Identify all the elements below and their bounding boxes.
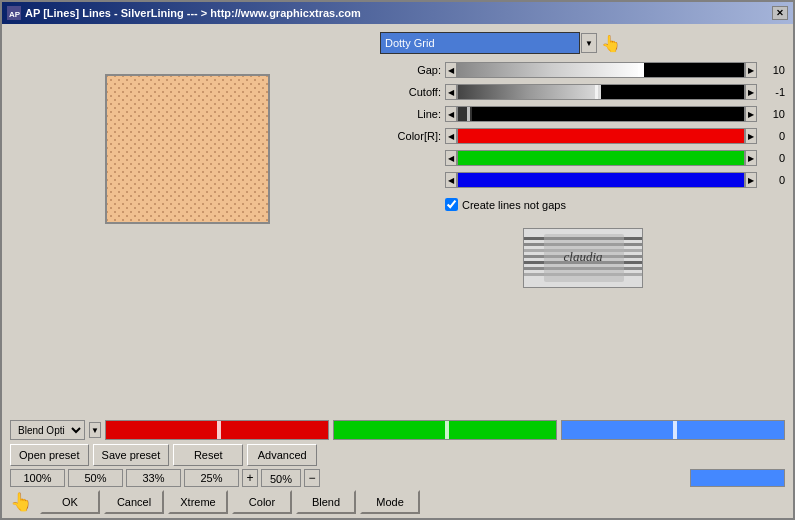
cutoff-slider-thumb <box>595 85 598 99</box>
gap-slider-fill <box>458 63 644 77</box>
zoom-100-button[interactable]: 100% <box>10 469 65 487</box>
open-preset-button[interactable]: Open preset <box>10 444 89 466</box>
line-slider-fill <box>458 107 472 121</box>
zoom-plus-button[interactable]: + <box>242 469 258 487</box>
create-lines-label: Create lines not gaps <box>462 199 566 211</box>
action-buttons-row: 👆 OK Cancel Xtreme Color Blend Mode <box>10 490 785 514</box>
colorG-slider-fill <box>458 151 744 165</box>
app-icon: AP <box>7 6 21 20</box>
create-lines-checkbox[interactable] <box>445 198 458 211</box>
zoom-50-button[interactable]: 50% <box>68 469 123 487</box>
ok-button[interactable]: OK <box>40 490 100 514</box>
cutoff-slider-row: Cutoff: ◀ ▶ -1 <box>380 84 785 100</box>
colorR-slider-fill <box>458 129 744 143</box>
reset-button[interactable]: Reset <box>173 444 243 466</box>
line-value: 10 <box>757 108 785 120</box>
advanced-button[interactable]: Advanced <box>247 444 317 466</box>
title-bar-left: AP AP [Lines] Lines - SilverLining --- >… <box>7 6 361 20</box>
colorR-value: 0 <box>757 130 785 142</box>
blend-blue-thumb <box>673 421 677 439</box>
colorG-slider-row: ◀ ▶ 0 <box>380 150 785 166</box>
blend-green-thumb <box>445 421 449 439</box>
svg-text:claudia: claudia <box>563 249 602 264</box>
zoom-25-button[interactable]: 25% <box>184 469 239 487</box>
cutoff-label: Cutoff: <box>380 86 445 98</box>
stamp-preview-area: claudia <box>380 223 785 293</box>
colorG-slider-track[interactable] <box>457 150 745 166</box>
blend-row: Blend Opti... ▼ <box>10 420 785 440</box>
main-window: AP AP [Lines] Lines - SilverLining --- >… <box>0 0 795 520</box>
cutoff-slider-track[interactable] <box>457 84 745 100</box>
color-bar <box>690 469 785 487</box>
svg-text:AP: AP <box>9 10 21 19</box>
line-label: Line: <box>380 108 445 120</box>
zoom-minus-button[interactable]: − <box>304 469 320 487</box>
gap-arrow-left[interactable]: ◀ <box>445 62 457 78</box>
blend-dropdown-arrow[interactable]: ▼ <box>89 422 101 438</box>
blend-red-thumb <box>217 421 221 439</box>
colorR-slider-row: Color[R]: ◀ ▶ 0 <box>380 128 785 144</box>
gap-label: Gap: <box>380 64 445 76</box>
colorR-arrow-left[interactable]: ◀ <box>445 128 457 144</box>
dropdown-arrow[interactable]: ▼ <box>581 33 597 53</box>
gap-value: 10 <box>757 64 785 76</box>
colorR-arrow-right[interactable]: ▶ <box>745 128 757 144</box>
hand-cursor-icon: 👆 <box>10 491 32 513</box>
window-title: AP [Lines] Lines - SilverLining --- > ht… <box>25 7 361 19</box>
line-slider-thumb <box>467 107 470 121</box>
colorB-slider-track[interactable] <box>457 172 745 188</box>
colorB-slider-container: ◀ ▶ <box>445 172 757 188</box>
title-bar: AP AP [Lines] Lines - SilverLining --- >… <box>2 2 793 24</box>
xtreme-button[interactable]: Xtreme <box>168 490 228 514</box>
gap-slider-track[interactable] <box>457 62 745 78</box>
preset-buttons-row: Open preset Save preset Reset Advanced <box>10 444 785 466</box>
zoom-display: 50% <box>261 469 301 487</box>
colorB-arrow-right[interactable]: ▶ <box>745 172 757 188</box>
line-arrow-left[interactable]: ◀ <box>445 106 457 122</box>
gap-slider-row: Gap: ◀ ▶ 10 <box>380 62 785 78</box>
colorB-slider-row: ◀ ▶ 0 <box>380 172 785 188</box>
stamp-inner: claudia <box>524 229 642 287</box>
gap-slider-thumb <box>638 63 641 77</box>
cutoff-arrow-left[interactable]: ◀ <box>445 84 457 100</box>
cutoff-arrow-right[interactable]: ▶ <box>745 84 757 100</box>
mode-button[interactable]: Mode <box>360 490 420 514</box>
dotty-pattern-preview <box>107 76 268 222</box>
bottom-section: Blend Opti... ▼ Open preset Save preset … <box>2 416 793 518</box>
close-button[interactable]: ✕ <box>772 6 788 20</box>
line-slider-row: Line: ◀ ▶ 10 <box>380 106 785 122</box>
line-slider-track[interactable] <box>457 106 745 122</box>
line-arrow-right[interactable]: ▶ <box>745 106 757 122</box>
cancel-button[interactable]: Cancel <box>104 490 164 514</box>
zoom-buttons-row: 100% 50% 33% 25% + 50% − <box>10 469 785 487</box>
cutoff-slider-container: ◀ ▶ <box>445 84 757 100</box>
colorB-arrow-left[interactable]: ◀ <box>445 172 457 188</box>
zoom-33-button[interactable]: 33% <box>126 469 181 487</box>
cutoff-value: -1 <box>757 86 785 98</box>
blend-blue-slider[interactable] <box>561 420 785 440</box>
gap-arrow-right[interactable]: ▶ <box>745 62 757 78</box>
colorB-value: 0 <box>757 174 785 186</box>
color-button[interactable]: Color <box>232 490 292 514</box>
cursor-hand-icon: 👆 <box>601 34 621 53</box>
blend-button[interactable]: Blend <box>296 490 356 514</box>
cutoff-slider-fill <box>458 85 601 99</box>
dropdown-selected-text: Dotty Grid <box>385 37 435 49</box>
colorG-arrow-right[interactable]: ▶ <box>745 150 757 166</box>
colorG-arrow-left[interactable]: ◀ <box>445 150 457 166</box>
colorB-slider-fill <box>458 173 744 187</box>
blend-dropdown[interactable]: Blend Opti... <box>10 420 85 440</box>
stamp-preview: claudia <box>523 228 643 288</box>
colorG-value: 0 <box>757 152 785 164</box>
colorR-label: Color[R]: <box>380 130 445 142</box>
colorR-slider-track[interactable] <box>457 128 745 144</box>
blend-red-slider[interactable] <box>105 420 329 440</box>
save-preset-button[interactable]: Save preset <box>93 444 170 466</box>
arrow-icon: ▼ <box>585 39 593 48</box>
preset-dropdown-row: Dotty Grid ▼ 👆 <box>380 32 785 54</box>
blend-green-slider[interactable] <box>333 420 557 440</box>
preset-dropdown[interactable]: Dotty Grid <box>380 32 580 54</box>
colorR-slider-container: ◀ ▶ <box>445 128 757 144</box>
line-slider-container: ◀ ▶ <box>445 106 757 122</box>
stamp-svg: claudia <box>524 229 642 287</box>
